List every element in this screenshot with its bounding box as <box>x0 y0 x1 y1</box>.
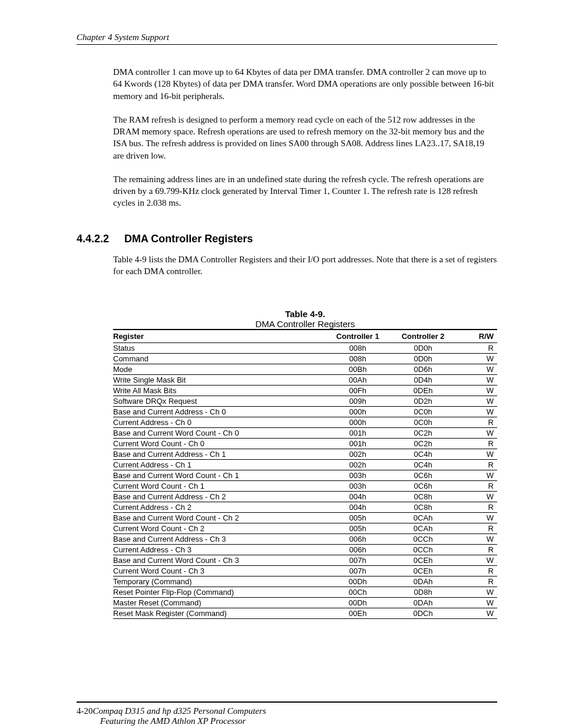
cell-rw: W <box>459 555 497 566</box>
cell-controller-1: 002h <box>328 449 389 460</box>
cell-controller-2: 0DEh <box>389 386 458 396</box>
cell-register: Master Reset (Command) <box>113 598 328 608</box>
cell-controller-1: 001h <box>328 439 389 449</box>
table-row: Mode00Bh0D6hW <box>113 364 497 375</box>
cell-controller-2: 0CEh <box>389 555 458 566</box>
table-4-9: Table 4-9. DMA Controller Registers Regi… <box>113 309 497 619</box>
cell-register: Base and Current Word Count - Ch 0 <box>113 428 328 439</box>
cell-controller-2: 0C2h <box>389 439 458 449</box>
cell-controller-1: 00Eh <box>328 608 389 619</box>
cell-register: Base and Current Word Count - Ch 1 <box>113 470 328 481</box>
cell-controller-1: 005h <box>328 513 389 523</box>
table-row: Current Address - Ch 0000h0C0hR <box>113 417 497 428</box>
cell-rw: R <box>459 523 497 534</box>
table-row: Base and Current Address - Ch 3006h0CChW <box>113 534 497 545</box>
cell-register: Software DRQx Request <box>113 396 328 407</box>
cell-rw: W <box>459 364 497 375</box>
section-number: 4.4.2.2 <box>77 233 121 245</box>
cell-rw: W <box>459 470 497 481</box>
cell-controller-1: 007h <box>328 566 389 577</box>
cell-register: Current Word Count - Ch 2 <box>113 523 328 534</box>
table-row: Current Address - Ch 3006h0CChR <box>113 545 497 555</box>
cell-controller-2: 0D4h <box>389 375 458 386</box>
th-rw: R/W <box>459 330 497 343</box>
cell-rw: R <box>459 566 497 577</box>
cell-register: Mode <box>113 364 328 375</box>
cell-controller-1: 005h <box>328 523 389 534</box>
cell-register: Current Address - Ch 3 <box>113 545 328 555</box>
cell-register: Command <box>113 354 328 364</box>
cell-register: Base and Current Address - Ch 3 <box>113 534 328 545</box>
table-row: Base and Current Word Count - Ch 2005h0C… <box>113 513 497 523</box>
table-row: Current Word Count - Ch 3007h0CEhR <box>113 566 497 577</box>
cell-register: Status <box>113 343 328 354</box>
dma-registers-table: Register Controller 1 Controller 2 R/W S… <box>113 329 497 619</box>
cell-controller-1: 00Dh <box>328 598 389 608</box>
cell-register: Current Address - Ch 2 <box>113 502 328 513</box>
cell-rw: W <box>459 354 497 364</box>
cell-rw: W <box>459 407 497 417</box>
cell-controller-2: 0D0h <box>389 354 458 364</box>
cell-rw: W <box>459 534 497 545</box>
table-row: Base and Current Address - Ch 0000h0C0hW <box>113 407 497 417</box>
th-controller-1: Controller 1 <box>328 330 389 343</box>
cell-controller-1: 000h <box>328 407 389 417</box>
cell-register: Write All Mask Bits <box>113 386 328 396</box>
section-intro: Table 4-9 lists the DMA Controller Regis… <box>113 253 497 278</box>
cell-rw: R <box>459 343 497 354</box>
cell-controller-2: 0C4h <box>389 449 458 460</box>
cell-controller-1: 002h <box>328 460 389 470</box>
table-row: Base and Current Word Count - Ch 3007h0C… <box>113 555 497 566</box>
table-row: Reset Pointer Flip-Flop (Command)00Ch0D8… <box>113 587 497 598</box>
table-row: Master Reset (Command)00Dh0DAhW <box>113 598 497 608</box>
page-number: 4-20 <box>77 706 93 716</box>
cell-rw: W <box>459 386 497 396</box>
cell-rw: R <box>459 545 497 555</box>
cell-rw: R <box>459 460 497 470</box>
cell-controller-1: 00Dh <box>328 577 389 587</box>
cell-register: Current Address - Ch 1 <box>113 460 328 470</box>
section-title: DMA Controller Registers <box>124 233 253 245</box>
cell-controller-2: 0C8h <box>389 492 458 502</box>
footer-title-1: Compaq D315 and hp d325 Personal Compute… <box>93 706 266 716</box>
cell-rw: W <box>459 608 497 619</box>
cell-controller-2: 0DAh <box>389 598 458 608</box>
cell-rw: R <box>459 417 497 428</box>
cell-controller-1: 004h <box>328 492 389 502</box>
table-row: Software DRQx Request009h0D2hW <box>113 396 497 407</box>
table-row: Current Word Count - Ch 0001h0C2hR <box>113 439 497 449</box>
table-row: Base and Current Address - Ch 1002h0C4hW <box>113 449 497 460</box>
running-header: Chapter 4 System Support <box>77 32 497 45</box>
cell-controller-1: 006h <box>328 545 389 555</box>
cell-controller-1: 008h <box>328 354 389 364</box>
cell-register: Base and Current Address - Ch 2 <box>113 492 328 502</box>
cell-rw: W <box>459 598 497 608</box>
cell-controller-2: 0CAh <box>389 513 458 523</box>
cell-register: Base and Current Word Count - Ch 2 <box>113 513 328 523</box>
cell-rw: R <box>459 439 497 449</box>
cell-controller-2: 0C0h <box>389 417 458 428</box>
cell-rw: W <box>459 449 497 460</box>
cell-controller-1: 006h <box>328 534 389 545</box>
cell-register: Temporary (Command) <box>113 577 328 587</box>
cell-register: Write Single Mask Bit <box>113 375 328 386</box>
cell-controller-1: 001h <box>328 428 389 439</box>
th-register: Register <box>113 330 328 343</box>
table-row: Current Word Count - Ch 1003h0C6hR <box>113 481 497 492</box>
cell-controller-1: 00Ch <box>328 587 389 598</box>
body-paragraph: DMA controller 1 can move up to 64 Kbyte… <box>113 66 497 102</box>
cell-controller-1: 00Fh <box>328 386 389 396</box>
cell-rw: R <box>459 577 497 587</box>
cell-controller-2: 0DCh <box>389 608 458 619</box>
table-row: Current Address - Ch 1002h0C4hR <box>113 460 497 470</box>
cell-controller-1: 00Ah <box>328 375 389 386</box>
table-row: Command008h0D0hW <box>113 354 497 364</box>
table-title: DMA Controller Registers <box>255 319 355 329</box>
table-row: Write All Mask Bits00Fh0DEhW <box>113 386 497 396</box>
table-row: Current Word Count - Ch 2005h0CAhR <box>113 523 497 534</box>
cell-controller-1: 008h <box>328 343 389 354</box>
cell-controller-1: 004h <box>328 502 389 513</box>
body-paragraph: The remaining address lines are in an un… <box>113 173 497 209</box>
cell-controller-1: 003h <box>328 481 389 492</box>
cell-rw: R <box>459 502 497 513</box>
